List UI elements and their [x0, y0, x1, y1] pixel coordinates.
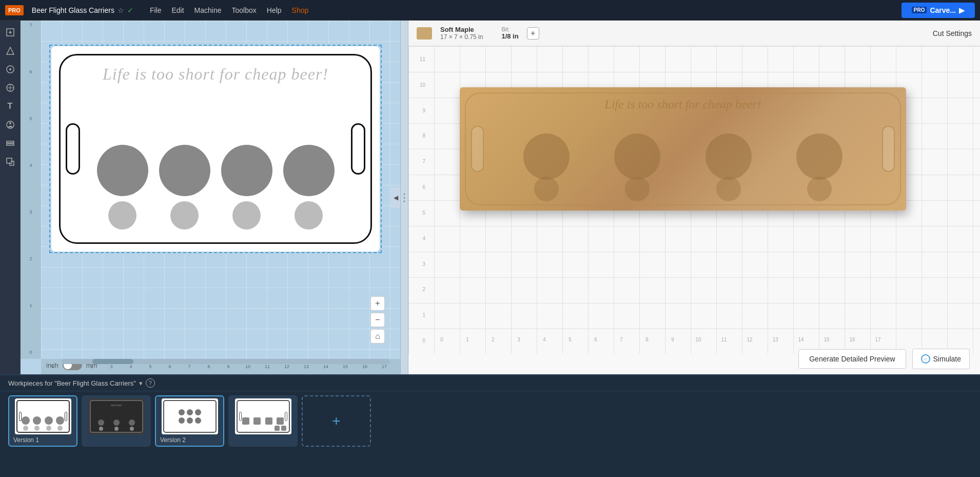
wood-piece-3d: Life is too short for cheap beer! — [460, 87, 906, 211]
zoom-in-button[interactable]: + — [370, 296, 385, 311]
material-swatch — [417, 27, 432, 40]
wood-handle-left — [471, 126, 484, 172]
design-inner: Life is too short for cheap beer! — [59, 54, 372, 244]
top-bar: PRO Beer Flight Glass Carriers ☆ ✓ File … — [0, 0, 980, 21]
preview-axis-vertical: 11109876543210 — [413, 56, 425, 344]
preview-canvas: 11109876543210 Life is too short for che… — [408, 46, 980, 374]
wood-circle-2 — [614, 133, 660, 180]
canvas-scrollbar-thumb[interactable] — [92, 359, 133, 364]
wood-small-circle-3 — [716, 177, 741, 201]
workpieces-label-text: Workpieces for "Beer Flight Glass Carrie… — [8, 379, 136, 387]
circle-2 — [159, 145, 210, 196]
workpiece-thumb-4[interactable] — [228, 395, 298, 447]
right-header: Soft Maple 17 × 7 × 0.75 in Bit: 1/8 in … — [408, 21, 980, 46]
workpieces-label-bar: Workpieces for "Beer Flight Glass Carrie… — [0, 375, 980, 391]
nav-file[interactable]: File — [150, 6, 162, 14]
circles-small-row — [91, 201, 340, 230]
small-circle-3 — [232, 201, 261, 230]
text-tool-btn[interactable]: T — [3, 99, 18, 114]
right-panel: Soft Maple 17 × 7 × 0.75 in Bit: 1/8 in … — [408, 21, 980, 374]
workpiece-thumb-2[interactable]: text text — [82, 395, 151, 447]
thumbnails-row: Version 1 text text — [0, 391, 980, 451]
wood-small-circle-1 — [534, 177, 559, 201]
svg-point-5 — [9, 68, 11, 70]
wood-circle-4 — [796, 133, 842, 180]
material-name: Soft Maple — [440, 26, 483, 33]
import-tool-btn[interactable] — [3, 154, 18, 169]
add-workpiece-button[interactable]: + — [302, 395, 371, 447]
circle-1 — [97, 145, 148, 196]
bit-value: 1/8 in — [501, 32, 518, 40]
carve-expand-icon: ▶ — [959, 6, 965, 14]
preview-controls: Generate Detailed Preview ○ Simulate — [798, 349, 970, 369]
thumb-img-4 — [235, 398, 291, 434]
wood-small-circle-4 — [807, 177, 832, 201]
collapse-canvas-arrow[interactable]: ◀ — [391, 187, 400, 208]
nav-edit[interactable]: Edit — [171, 6, 184, 14]
main-nav: File Edit Machine Toolbox Help Shop — [150, 6, 308, 14]
unit-inch-label: inch — [46, 361, 58, 369]
handle-right — [351, 123, 365, 175]
app-logo: PRO — [5, 5, 24, 15]
workpiece-thumb-1[interactable]: Version 1 — [8, 395, 77, 447]
wood-circle-3 — [705, 133, 752, 180]
thumb-label-3: Version 2 — [160, 436, 186, 444]
wood-circles-small — [501, 177, 865, 201]
circles-large-row — [91, 145, 340, 196]
select-tool-btn[interactable] — [3, 25, 18, 40]
bottom-bar: Workpieces for "Beer Flight Glass Carrie… — [0, 374, 980, 477]
shape-tool-btn[interactable] — [3, 43, 18, 59]
nav-machine[interactable]: Machine — [194, 6, 222, 14]
workpiece-thumb-3[interactable]: Version 2 — [155, 395, 224, 447]
zoom-out-button[interactable]: − — [370, 313, 385, 327]
design-canvas[interactable]: Life is too short for cheap beer! — [51, 46, 380, 252]
nav-help[interactable]: Help — [267, 6, 282, 14]
circle-3 — [221, 145, 272, 196]
favorite-star-icon[interactable]: ☆ — [117, 6, 124, 14]
node-tool-btn[interactable] — [3, 62, 18, 77]
panel-divider[interactable] — [400, 21, 408, 374]
text-icon: T — [8, 102, 13, 111]
svg-point-14 — [404, 193, 405, 195]
simulate-label: Simulate — [933, 355, 961, 363]
nav-toolbox[interactable]: Toolbox — [232, 6, 257, 14]
thumb-img-1 — [15, 398, 71, 434]
bit-label: Bit: — [501, 26, 518, 32]
thumb-img-2: text text — [88, 398, 145, 434]
wood-handle-right — [882, 126, 895, 172]
small-circle-1 — [108, 201, 136, 230]
svg-rect-11 — [7, 141, 14, 143]
carve-button[interactable]: PRO Carve... ▶ — [901, 3, 975, 18]
zoom-fit-button[interactable]: ⌂ — [370, 329, 385, 344]
simulate-button[interactable]: ○ Simulate — [912, 349, 970, 369]
wood-board: Life is too short for cheap beer! — [460, 87, 906, 211]
handle-left — [66, 123, 80, 175]
left-toolbar: T — [0, 21, 21, 374]
move-tool-btn[interactable] — [3, 80, 18, 96]
canvas-scrollbar[interactable] — [62, 359, 390, 364]
wood-small-circle-2 — [625, 177, 650, 201]
circle-4 — [283, 145, 335, 196]
svg-rect-13 — [7, 158, 12, 163]
layers-tool-btn[interactable] — [3, 136, 18, 151]
nav-shop[interactable]: Shop — [292, 6, 309, 14]
add-material-button[interactable]: + — [527, 27, 539, 40]
svg-rect-12 — [7, 144, 14, 145]
main-content: T 7 6 5 4 3 2 1 0 — [0, 21, 980, 374]
svg-point-15 — [404, 197, 405, 198]
thumb-img-3 — [162, 398, 218, 434]
ruler-vertical: 7 6 5 4 3 2 1 0 — [21, 21, 41, 359]
preview-axis-horizontal: 0 1 2 3 4 5 6 7 8 9 10 11 12 13 14 15 16… — [429, 337, 980, 342]
generate-preview-button[interactable]: Generate Detailed Preview — [798, 349, 906, 369]
workpieces-dropdown-arrow[interactable]: ▾ — [139, 379, 143, 387]
workpieces-help-icon[interactable]: ? — [146, 378, 155, 388]
svg-point-10 — [9, 122, 11, 124]
pro-badge: PRO — [912, 7, 927, 13]
image-tool-btn[interactable] — [3, 117, 18, 132]
wood-circles-large — [501, 133, 865, 180]
wood-design-text: Life is too short for cheap beer! — [460, 98, 906, 111]
project-title-area: Beer Flight Glass Carriers ☆ ✓ — [32, 6, 133, 14]
small-circle-2 — [170, 201, 199, 230]
zoom-controls: + − ⌂ — [370, 296, 385, 344]
cut-settings-button[interactable]: Cut Settings — [933, 29, 972, 37]
